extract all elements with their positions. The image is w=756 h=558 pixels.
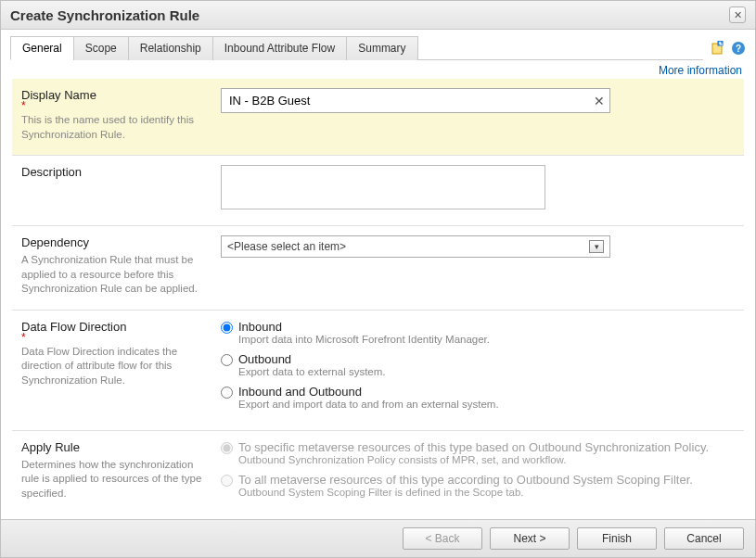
svg-text:+: + bbox=[719, 41, 722, 45]
radio-both-input[interactable] bbox=[221, 387, 233, 399]
new-note-icon[interactable]: + bbox=[711, 41, 725, 56]
required-star: * bbox=[21, 334, 210, 341]
dialog-window: Create Synchronization Rule ✕ General Sc… bbox=[0, 0, 756, 558]
radio-apply-policy-input bbox=[221, 442, 233, 454]
radio-outbound-input[interactable] bbox=[221, 354, 233, 366]
radio-apply-policy: To specific metaverse resources of this … bbox=[221, 440, 733, 465]
required-star: * bbox=[21, 102, 210, 109]
radio-both-label: Inbound and Outbound bbox=[238, 385, 362, 399]
radio-apply-filter: To all metaverse resources of this type … bbox=[221, 473, 733, 498]
svg-text:?: ? bbox=[736, 44, 741, 54]
radio-inbound[interactable]: Inbound Import data into Microsoft Foref… bbox=[221, 320, 733, 345]
tab-scope[interactable]: Scope bbox=[73, 36, 129, 60]
description-label: Description bbox=[21, 165, 210, 179]
radio-inbound-label: Inbound bbox=[238, 320, 282, 334]
tabbar: General Scope Relationship Inbound Attri… bbox=[10, 35, 703, 60]
display-name-input[interactable] bbox=[221, 88, 610, 113]
radio-apply-policy-label: To specific metaverse resources of this … bbox=[238, 440, 709, 454]
tab-summary[interactable]: Summary bbox=[346, 36, 417, 60]
chevron-down-icon: ▾ bbox=[589, 240, 604, 253]
tab-inbound-attribute-flow[interactable]: Inbound Attribute Flow bbox=[212, 36, 347, 60]
finish-button[interactable]: Finish bbox=[577, 527, 657, 550]
tab-row: General Scope Relationship Inbound Attri… bbox=[1, 30, 755, 60]
display-name-label: Display Name bbox=[21, 88, 210, 102]
back-button: < Back bbox=[403, 527, 482, 550]
radio-both[interactable]: Inbound and Outbound Export and import d… bbox=[221, 385, 733, 410]
section-description: Description bbox=[12, 156, 744, 226]
direction-label: Data Flow Direction bbox=[21, 320, 210, 334]
close-icon[interactable]: ✕ bbox=[729, 6, 746, 23]
apply-rule-label: Apply Rule bbox=[21, 440, 210, 454]
radio-outbound-sub: Export data to external system. bbox=[238, 366, 386, 377]
radio-outbound-label: Outbound bbox=[238, 352, 291, 366]
content-area: Display Name * This is the name used to … bbox=[1, 79, 755, 519]
more-information-link[interactable]: More information bbox=[659, 64, 742, 77]
section-display-name: Display Name * This is the name used to … bbox=[12, 79, 744, 156]
tab-relationship[interactable]: Relationship bbox=[128, 36, 213, 60]
radio-apply-filter-label: To all metaverse resources of this type … bbox=[238, 473, 693, 487]
radio-inbound-sub: Import data into Microsoft Forefront Ide… bbox=[238, 334, 490, 345]
clear-input-icon[interactable]: ✕ bbox=[594, 94, 605, 108]
radio-apply-policy-sub: Outbound Synchronization Policy consists… bbox=[238, 454, 709, 465]
radio-apply-filter-input bbox=[221, 475, 233, 487]
next-button[interactable]: Next > bbox=[490, 527, 570, 550]
toolbar-icons: + ? bbox=[703, 41, 746, 56]
radio-apply-filter-sub: Outbound System Scoping Filter is define… bbox=[238, 487, 693, 498]
section-apply-rule: Apply Rule Determines how the synchroniz… bbox=[12, 431, 744, 518]
dependency-desc: A Synchronization Rule that must be appl… bbox=[21, 253, 210, 297]
dependency-select[interactable]: <Please select an item> ▾ bbox=[221, 235, 610, 258]
help-icon[interactable]: ? bbox=[731, 41, 746, 56]
window-title: Create Synchronization Rule bbox=[10, 7, 199, 23]
footer-buttons: < Back Next > Finish Cancel bbox=[1, 519, 755, 557]
radio-outbound[interactable]: Outbound Export data to external system. bbox=[221, 352, 733, 377]
more-info-row: More information bbox=[1, 60, 755, 79]
apply-rule-desc: Determines how the synchronization rule … bbox=[21, 458, 210, 501]
dependency-select-placeholder: <Please select an item> bbox=[227, 240, 346, 253]
cancel-button[interactable]: Cancel bbox=[664, 527, 744, 550]
description-input[interactable] bbox=[221, 165, 545, 209]
display-name-desc: This is the name used to identify this S… bbox=[21, 113, 210, 142]
dependency-label: Dependency bbox=[21, 235, 210, 249]
direction-desc: Data Flow Direction indicates the direct… bbox=[21, 345, 210, 388]
titlebar: Create Synchronization Rule ✕ bbox=[1, 1, 755, 30]
radio-both-sub: Export and import data to and from an ex… bbox=[238, 399, 499, 410]
section-direction: Data Flow Direction * Data Flow Directio… bbox=[12, 311, 744, 431]
section-dependency: Dependency A Synchronization Rule that m… bbox=[12, 226, 744, 311]
tab-general[interactable]: General bbox=[10, 36, 74, 60]
radio-inbound-input[interactable] bbox=[221, 322, 233, 334]
